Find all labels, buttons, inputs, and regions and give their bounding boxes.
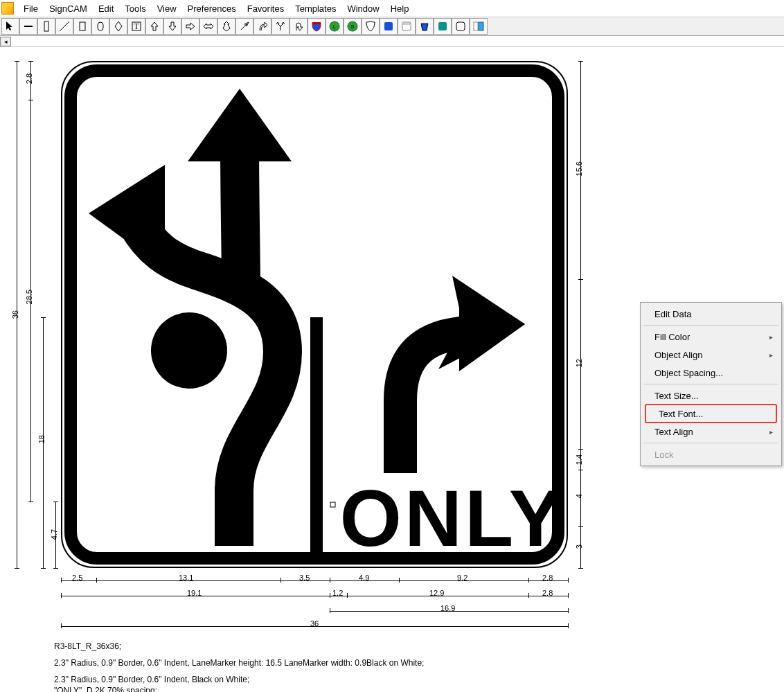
dim-right-bottom: 3 (575, 544, 583, 549)
svg-rect-20 (310, 317, 323, 554)
ctx-object-spacing[interactable]: Object Spacing... (642, 364, 780, 382)
ctx-label: Text Size... (654, 391, 699, 401)
tool-rounded-rect[interactable] (91, 18, 109, 35)
svg-rect-14 (438, 22, 447, 30)
tool-text[interactable]: T (127, 18, 145, 35)
tool-arrow-curve-right[interactable] (253, 18, 271, 35)
menu-preferences[interactable]: Preferences (182, 2, 242, 15)
dim-b2-0: 19.1 (187, 589, 202, 597)
tool-rect-outline[interactable] (73, 18, 91, 35)
dim-left-bottom-margin: 4.7 (50, 529, 58, 540)
svg-rect-1 (44, 21, 48, 31)
dim-left-upper: 28.5 (25, 290, 33, 304)
ctx-object-align[interactable]: Object Align▸ (642, 346, 780, 364)
menu-file[interactable]: File (18, 2, 44, 15)
horiz-scroll-stub: ◂ (0, 36, 784, 47)
tool-arrow-ne[interactable] (235, 18, 253, 35)
menu-edit[interactable]: Edit (93, 2, 119, 15)
tool-square-white[interactable] (398, 18, 416, 35)
tool-diamond[interactable] (109, 18, 127, 35)
ctx-text-align[interactable]: Text Align▸ (642, 423, 780, 441)
ctx-label: Text Font... (659, 409, 703, 419)
desc-line-2: 2.3" Radius, 0.9" Border, 0.6" Indent, L… (54, 658, 424, 668)
menu-signcam[interactable]: SignCAM (44, 2, 93, 15)
dim-right-upper: 15.6 (575, 161, 583, 176)
ctx-fill-color[interactable]: Fill Color▸ (642, 328, 780, 346)
tool-badge[interactable] (362, 18, 380, 35)
dim-left-top-margin: 2.8 (25, 73, 33, 84)
ctx-edit-data[interactable]: Edit Data (642, 305, 780, 323)
sign-panel[interactable]: ONLY (61, 61, 568, 568)
menu-tools[interactable]: Tools (119, 2, 151, 15)
chevron-right-icon: ▸ (769, 351, 773, 359)
desc-line-3: 2.3" Radius, 0.9" Border, 0.6" Indent, B… (54, 675, 249, 684)
toolbar: T L S (0, 17, 784, 36)
app-icon (1, 2, 14, 15)
tool-vertical-bar[interactable] (37, 18, 55, 35)
menu-favorites[interactable]: Favorites (242, 2, 289, 15)
tool-arrow-lr[interactable] (199, 18, 217, 35)
menu-help[interactable]: Help (385, 2, 415, 15)
tool-arrow-down[interactable] (163, 18, 181, 35)
tool-square-rounded[interactable] (452, 18, 470, 35)
dim-b1-3: 4.9 (359, 574, 369, 582)
tool-arrow-right[interactable] (181, 18, 199, 35)
svg-rect-17 (479, 22, 483, 30)
dim-right-small2: 4 (575, 494, 583, 498)
tool-arrow-branch[interactable] (271, 18, 289, 35)
svg-rect-3 (98, 22, 103, 30)
svg-rect-13 (403, 23, 410, 25)
dim-b2-1: 1.2 (332, 589, 343, 597)
svg-rect-2 (80, 22, 85, 30)
dim-b2-2: 12.9 (429, 589, 444, 597)
tool-bucket-blue[interactable] (416, 18, 434, 35)
tool-align[interactable] (470, 18, 488, 35)
tool-arrow-uturn[interactable] (289, 18, 308, 35)
dim-left-outer: 36 (11, 310, 19, 319)
svg-point-22 (215, 471, 253, 510)
svg-text:L: L (333, 24, 337, 30)
chevron-right-icon: ▸ (769, 428, 773, 436)
desc-line-1: R3-8LT_R_36x36; (54, 641, 121, 651)
svg-rect-23 (330, 502, 335, 507)
tool-pointer[interactable] (1, 18, 19, 35)
tool-square-blue[interactable] (380, 18, 398, 35)
tool-arrow-up[interactable] (145, 18, 163, 35)
ctx-label: Edit Data (654, 309, 691, 319)
ctx-text-font[interactable]: Text Font... (645, 404, 777, 423)
ctx-separator (643, 443, 778, 443)
ctx-label: Object Align (654, 350, 702, 360)
dim-left-lower: 18 (37, 435, 46, 443)
tool-minus[interactable] (19, 18, 37, 35)
ctx-lock: Lock (642, 445, 780, 463)
context-menu: Edit Data Fill Color▸ Object Align▸ Obje… (640, 302, 782, 466)
chevron-right-icon: ▸ (769, 333, 773, 341)
svg-rect-15 (456, 22, 465, 30)
menu-templates[interactable]: Templates (289, 2, 341, 15)
tool-square-teal[interactable] (434, 18, 452, 35)
tool-arrow-updown[interactable] (217, 18, 235, 35)
ctx-label: Object Spacing... (654, 368, 723, 378)
dim-total: 36 (310, 619, 319, 628)
only-text: ONLY (340, 474, 565, 562)
ctx-label: Text Align (654, 427, 693, 437)
tool-shield-green-l[interactable]: L (326, 18, 344, 35)
dim-b3: 16.9 (440, 604, 455, 612)
svg-rect-16 (474, 22, 478, 30)
dim-b2-3: 2.8 (542, 589, 553, 597)
desc-line-4: "ONLY", D 2K 70% spacing: (54, 686, 157, 692)
ctx-separator (643, 384, 778, 384)
dim-b1-5: 2.8 (542, 574, 553, 582)
svg-point-21 (151, 312, 227, 389)
tool-shield-blue[interactable] (308, 18, 326, 35)
dim-b1-2: 3.5 (299, 574, 310, 582)
tool-shield-green-s[interactable]: S (344, 18, 362, 35)
menu-window[interactable]: Window (341, 2, 384, 15)
tool-diagonal[interactable] (55, 18, 73, 35)
menu-bar: File SignCAM Edit Tools View Preferences… (0, 0, 784, 17)
scroll-left-button[interactable]: ◂ (0, 37, 11, 46)
ctx-text-size[interactable]: Text Size... (642, 387, 780, 405)
svg-text:S: S (350, 24, 354, 30)
menu-view[interactable]: View (152, 2, 182, 15)
svg-text:T: T (134, 21, 139, 31)
